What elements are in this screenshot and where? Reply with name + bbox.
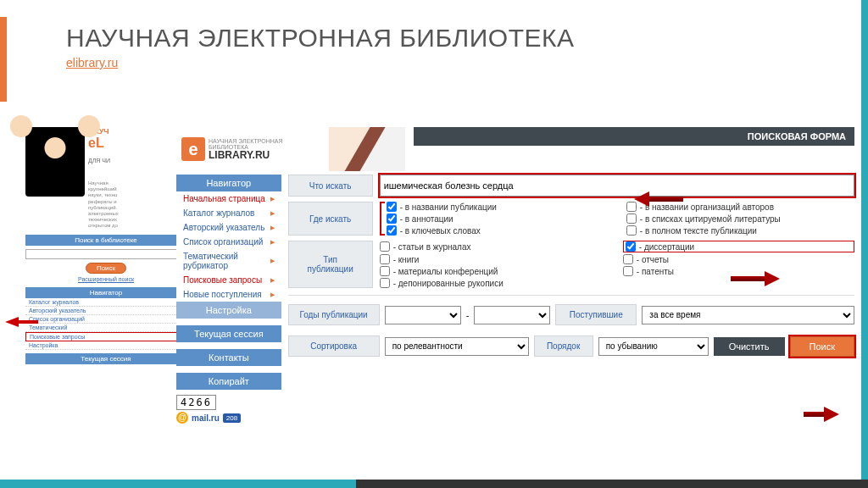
year-to-select[interactable] — [474, 306, 550, 324]
navigator-column: Навигатор Начальная страница▶Каталог жур… — [176, 175, 281, 424]
label-sort: Сортировка — [288, 336, 380, 357]
handshake-image — [329, 127, 405, 171]
what-input[interactable] — [380, 175, 854, 197]
year-from-select[interactable] — [385, 306, 461, 324]
type-option[interactable]: - книги — [380, 254, 611, 264]
clear-button[interactable]: Очистить — [714, 337, 785, 356]
bg-subtitle: ДЛЯ ЧИ — [88, 158, 119, 164]
form-title-bar: ПОИСКОВАЯ ФОРМА — [414, 127, 854, 146]
bg-search-btn[interactable]: Поиск — [86, 263, 126, 274]
red-arrow-icon — [634, 191, 683, 207]
mailru-badge[interactable]: @ mail.ru 208 — [176, 412, 281, 424]
nav-item[interactable]: Новые поступления▶ — [176, 287, 281, 302]
where-option[interactable]: - в ключевых словах — [387, 225, 615, 236]
red-arrow-icon — [5, 317, 19, 327]
label-received: Поступившие — [555, 304, 637, 325]
bg-adv-search[interactable]: Расширенный поиск — [25, 276, 186, 282]
type-option[interactable]: - депонированные рукописи — [380, 278, 611, 288]
accent-bar-right — [861, 0, 868, 488]
at-icon: @ — [176, 412, 188, 424]
person-image — [25, 127, 85, 197]
logo-subtitle: НАУЧНАЯ ЭЛЕКТРОННАЯ БИБЛИОТЕКА — [209, 138, 282, 150]
order-select[interactable]: по убыванию — [598, 337, 709, 356]
bg-nav-item[interactable]: Список организаций — [25, 315, 186, 324]
dash: - — [466, 310, 470, 320]
mailru-count: 208 — [223, 413, 241, 423]
bg-nav-item[interactable]: Поисковые запросы — [25, 332, 186, 341]
label-years: Годы публикации — [288, 304, 380, 325]
bg-search-input[interactable] — [25, 249, 186, 259]
type-option[interactable]: - отчеты — [623, 254, 854, 264]
bg-search-header: Поиск в библиотеке — [25, 235, 186, 246]
bg-nav-item[interactable]: Тематический — [25, 324, 186, 332]
bg-nav-item[interactable]: Настройка — [25, 341, 186, 350]
nav-item[interactable]: Список организаций▶ — [176, 235, 281, 249]
visitor-counter: 4266 — [176, 395, 216, 410]
label-order: Порядок — [534, 336, 593, 357]
search-form: Что искать Где искать - в названии публи… — [281, 175, 854, 424]
search-button[interactable]: Поиск — [790, 336, 854, 357]
bg-session: Текущая сессия — [25, 353, 186, 364]
bg-nav-item[interactable]: Каталог журналов — [25, 298, 186, 307]
bg-nav-header: Навигатор — [25, 287, 186, 298]
accent-bar-left — [0, 17, 7, 102]
nav-item[interactable]: Поисковые запросы▶ — [176, 273, 281, 287]
label-type: Тип публикации — [288, 241, 373, 288]
where-option[interactable]: - в аннотации — [387, 214, 615, 224]
where-option[interactable]: - в названии публикации — [387, 202, 615, 212]
red-arrow-icon — [804, 407, 839, 422]
stripe-bottom — [0, 480, 868, 488]
bg-blurb: Научная крупнейший науки, техно рефераты… — [88, 180, 119, 230]
bg-logo: eL — [88, 136, 119, 151]
logo-e-icon: e — [181, 137, 205, 161]
elibrary-logo: e НАУЧНАЯ ЭЛЕКТРОННАЯ БИБЛИОТЕКА LIBRARY… — [176, 127, 320, 171]
mailru-text: mail.ru — [192, 413, 220, 423]
logo-main: LIBRARY.RU — [209, 150, 282, 160]
nav-contacts[interactable]: Контакты — [176, 349, 281, 366]
bg-nav-item[interactable]: Авторский указатель — [25, 307, 186, 315]
nav-session[interactable]: Текущая сессия — [176, 325, 281, 342]
where-option[interactable]: - в полном тексте публикации — [626, 225, 854, 236]
slide-link[interactable]: elibrary.ru — [66, 56, 118, 69]
label-what: Что искать — [288, 175, 373, 197]
bracket-icon — [380, 202, 385, 236]
slide-title: НАУЧНАЯ ЭЛЕКТРОННАЯ БИБЛИОТЕКА — [66, 24, 575, 53]
nav-config[interactable]: Настройка — [176, 302, 281, 319]
label-where: Где искать — [288, 202, 373, 236]
where-option[interactable]: - в списках цитируемой литературы — [626, 214, 854, 224]
nav-item[interactable]: Начальная страница▶ — [176, 191, 281, 206]
nav-copyright[interactable]: Копирайт — [176, 373, 281, 390]
nav-item[interactable]: Тематический рубрикатор▶ — [176, 249, 281, 273]
type-option[interactable]: - диссертации — [623, 241, 854, 252]
type-option[interactable]: - материалы конференций — [380, 266, 611, 276]
nav-item[interactable]: Каталог журналов▶ — [176, 206, 281, 220]
nav-header: Навигатор — [176, 175, 281, 191]
sort-select[interactable]: по релевантности — [385, 337, 529, 356]
background-screenshot: НАУЧ eL ДЛЯ ЧИ Научная крупнейший науки,… — [25, 127, 186, 364]
red-arrow-icon — [731, 271, 780, 286]
nav-item[interactable]: Авторский указатель▶ — [176, 220, 281, 235]
type-option[interactable]: - статьи в журналах — [380, 241, 611, 252]
received-select[interactable]: за все время — [642, 306, 854, 324]
